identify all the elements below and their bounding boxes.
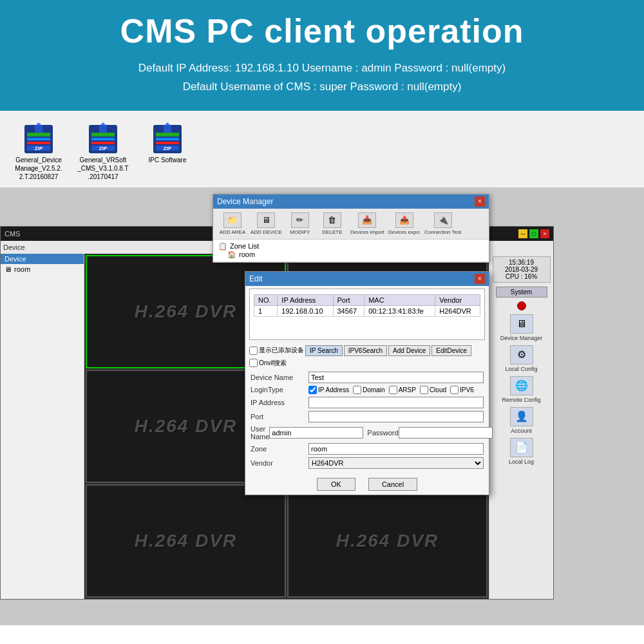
svg-rect-10 — [91, 138, 115, 140]
ipv6-search-btn[interactable]: IPV6Search — [344, 345, 387, 356]
user-name-label: User Name — [251, 425, 269, 440]
cms-sidebar-item-room[interactable]: 🖥 room — [1, 264, 84, 274]
ok-button[interactable]: OK — [317, 478, 355, 491]
add-area-icon: 📁 — [223, 213, 242, 228]
svg-rect-2 — [27, 133, 50, 137]
checkbox-ipv6[interactable]: IPV6 — [450, 386, 474, 394]
dvr-text-6: H.264 DVR — [336, 531, 439, 551]
dvr-text-3: H.264 DVR — [135, 416, 238, 437]
col-vendor: Vendor — [435, 294, 480, 305]
show-added-label[interactable]: 显示已添加设备 — [249, 345, 304, 356]
checkbox-arsp[interactable]: ARSP — [389, 386, 416, 394]
remote-config-btn[interactable]: 🌐 Remote Config — [496, 376, 547, 403]
local-log-btn[interactable]: 📄 Local Log — [496, 438, 547, 465]
vendor-label: Vendor — [251, 459, 308, 467]
ip-search-btn[interactable]: IP Search — [305, 345, 343, 356]
svg-rect-8 — [99, 125, 107, 133]
user-name-row: User Name Password — [251, 425, 484, 440]
local-config-icon: ⚙ — [510, 345, 533, 365]
system-button[interactable]: System — [496, 287, 547, 298]
file-item-1[interactable]: ZIP General_Device Manage_V2.5.2. 2.T.20… — [13, 122, 64, 181]
info-line1: Default IP Address: 192.168.1.10 Usernam… — [19, 59, 625, 78]
room-zone-row[interactable]: 🏠 room — [218, 251, 484, 259]
dvr-cell-5[interactable]: H.264 DVR — [86, 484, 286, 598]
cms-close-btn[interactable]: × — [540, 229, 549, 238]
delete-label: DELETE — [322, 229, 342, 235]
add-area-btn[interactable]: 📁 ADD AREA — [218, 213, 247, 235]
info-line2: Default Username of CMS : super Password… — [19, 78, 625, 97]
zip-icon-3: ZIP — [151, 122, 184, 156]
cell-vendor: H264DVR — [435, 305, 480, 316]
user-name-input[interactable] — [269, 427, 363, 439]
cms-minimize-btn[interactable]: ─ — [518, 229, 527, 238]
zone-input[interactable] — [308, 443, 484, 455]
devices-import-btn[interactable]: 📥 Devices import — [350, 213, 384, 235]
device-name-label: Device Name — [251, 374, 308, 381]
cms-sidebar-header: Device — [1, 254, 84, 264]
zone-list-row: 📋 Zone List — [218, 242, 484, 251]
devices-export-btn[interactable]: 📤 Devices expo: — [388, 213, 421, 235]
device-name-input[interactable] — [308, 372, 484, 383]
col-mac: MAC — [365, 294, 435, 305]
dvr-text-1: H.264 DVR — [135, 301, 238, 322]
svg-rect-1 — [35, 125, 43, 133]
device-manager-toolbar: 📁 ADD AREA 🖥 ADD DEVICE ✏ MODIFY 🗑 DELET… — [213, 209, 489, 240]
checkbox-ip-address[interactable]: IP Address — [308, 386, 349, 394]
modify-label: MODIFY — [290, 229, 310, 235]
zone-form-label: Zone — [251, 445, 308, 453]
password-input[interactable] — [399, 427, 493, 439]
table-row[interactable]: 1 192.168.0.10 34567 00:12:13:41:83:fe H… — [254, 305, 480, 316]
account-label: Account — [511, 428, 532, 434]
cms-maximize-btn[interactable]: □ — [529, 229, 538, 238]
svg-rect-17 — [156, 138, 179, 140]
account-btn[interactable]: 👤 Account — [496, 407, 547, 434]
show-added-checkbox[interactable] — [249, 346, 258, 355]
add-device-label: ADD DEVICE — [251, 229, 282, 235]
room-zone-label: room — [239, 251, 255, 258]
remote-config-icon: 🌐 — [510, 376, 533, 395]
file-item-2[interactable]: ZIP General_VRSoft _CMS_V3.1.0.8.T .2017… — [77, 122, 129, 181]
cancel-button[interactable]: Cancel — [368, 478, 417, 491]
checkbox-domain[interactable]: Domain — [353, 386, 384, 394]
svg-rect-9 — [91, 133, 115, 137]
vendor-row: Vendor H264DVR — [251, 457, 484, 469]
dvr-text-5: H.264 DVR — [135, 531, 238, 551]
devices-import-label: Devices import — [350, 229, 384, 235]
zone-row: Zone — [251, 443, 484, 455]
edit-dialog-close-btn[interactable]: × — [475, 274, 485, 284]
remote-config-label: Remote Config — [502, 397, 540, 403]
delete-btn[interactable]: 🗑 DELETE — [318, 213, 346, 235]
files-area: ZIP General_Device Manage_V2.5.2. 2.T.20… — [0, 111, 644, 187]
cell-ip: 192.168.0.10 — [278, 305, 333, 316]
device-manager-btn[interactable]: 🖥 Device Manager — [496, 314, 547, 341]
login-type-label: LoginType — [251, 386, 308, 393]
edit-device-btn[interactable]: EditDevice — [431, 345, 471, 356]
connection-test-btn[interactable]: 🔌 Connection Test — [424, 213, 461, 235]
onvif-checkbox[interactable] — [249, 359, 258, 367]
vendor-select[interactable]: H264DVR — [308, 457, 484, 469]
password-label: Password — [363, 429, 398, 437]
modify-btn[interactable]: ✏ MODIFY — [286, 213, 314, 235]
col-no: NO. — [254, 294, 278, 305]
device-manager-label: Device Manager — [500, 335, 543, 341]
account-icon: 👤 — [510, 407, 533, 426]
page-title: CMS PC client operation — [19, 12, 625, 50]
header-section: CMS PC client operation Default IP Addre… — [0, 0, 644, 111]
svg-rect-4 — [27, 142, 50, 144]
zone-list-icon: 📋 — [218, 242, 227, 251]
port-input[interactable] — [308, 411, 484, 422]
delete-icon: 🗑 — [323, 213, 341, 228]
zone-list-section: 📋 Zone List 🏠 room — [213, 240, 489, 262]
add-device-btn[interactable]: 🖥 ADD DEVICE — [251, 213, 282, 235]
main-area: CMS ─ □ × Device Device 🖥 room H.264 DVR — [0, 187, 644, 625]
local-config-btn[interactable]: ⚙ Local Config — [496, 345, 547, 372]
device-manager-close-btn[interactable]: × — [475, 196, 485, 207]
file-item-3[interactable]: ZIP IPC Software — [142, 122, 193, 164]
ip-address-form-label: IP Address — [251, 399, 308, 406]
dvr-cell-6[interactable]: H.264 DVR — [287, 484, 488, 598]
add-device-edit-btn[interactable]: Add Device — [388, 345, 430, 356]
checkbox-cloud[interactable]: Cloud — [420, 386, 446, 394]
ip-address-input[interactable] — [308, 397, 484, 408]
cms-menu-device[interactable]: Device — [3, 243, 25, 251]
edit-form: Device Name LoginType IP Address Domain … — [245, 369, 489, 474]
